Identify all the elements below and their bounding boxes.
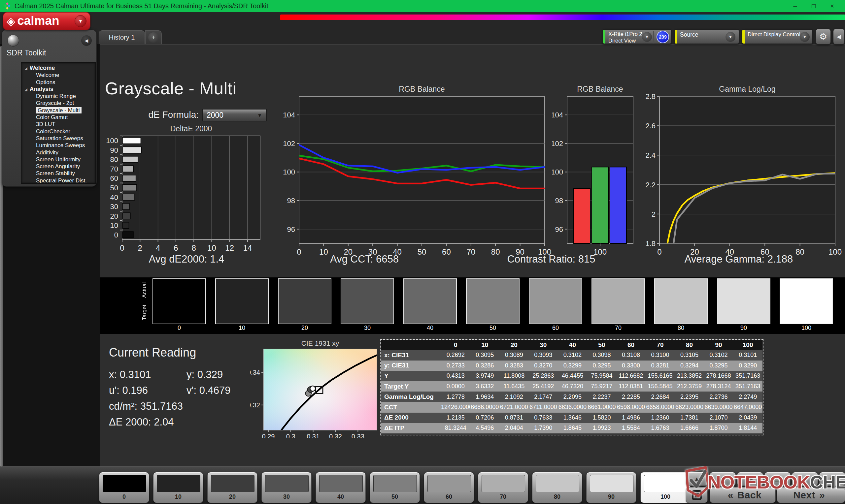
transport-button-2[interactable]: ▦ xyxy=(764,472,791,486)
sidebar-item-color-gamut[interactable]: Color Gamut xyxy=(21,114,95,121)
transport-button-1[interactable]: ▶ xyxy=(737,472,763,486)
table-row-label: ΔE ITP xyxy=(381,423,441,433)
table-cell: 1.5820 xyxy=(587,413,617,423)
table-cell: 1.9923 xyxy=(587,423,617,433)
swatch-cell-100 xyxy=(780,278,833,324)
grayscale-patch-button-30[interactable]: 30 xyxy=(261,472,312,503)
grayscale-patch-button-60[interactable]: 60 xyxy=(424,472,474,503)
sidebar-item-additivity[interactable]: Additivity xyxy=(21,149,95,156)
transport-button-4[interactable]: ↻ xyxy=(819,472,845,486)
close-button[interactable]: × xyxy=(827,2,837,10)
sidebar-collapse-button[interactable]: ◀ xyxy=(81,35,92,46)
tab-history-1[interactable]: History 1 xyxy=(99,30,145,44)
meter-dropdown[interactable]: X-Rite i1Pro 2 Direct View ▼ 239 xyxy=(602,29,672,44)
sidebar-item-screen-stability[interactable]: Screen Stability xyxy=(21,170,95,177)
sidebar-item-options[interactable]: Options xyxy=(21,79,95,86)
svg-text:Gamma Log/Log: Gamma Log/Log xyxy=(719,85,775,93)
sidebar-item-screen-angularity[interactable]: Screen Angularity xyxy=(21,163,95,170)
grayscale-patch-button-90[interactable]: 90 xyxy=(586,472,636,503)
de-formula-select[interactable]: 2000 ▼ xyxy=(202,109,267,121)
table-cell: 2.2749 xyxy=(733,392,762,402)
grayscale-patch-button-100[interactable]: 100 xyxy=(640,472,690,503)
stop-icon: ■ xyxy=(721,475,725,483)
table-cell: 6661.0000 xyxy=(587,402,617,413)
gamma-log-chart: Gamma Log/Log1.822.22.42.62.802040608010… xyxy=(643,83,844,257)
swatch-cell-50 xyxy=(466,278,520,324)
sidebar-item-screen-uniformity[interactable]: Screen Uniformity xyxy=(21,156,95,163)
sidebar-item-spectral-power-dist[interactable]: Spectral Power Dist. xyxy=(21,177,95,184)
table-cell: 0.3100 xyxy=(646,350,675,361)
reading-row: cd/m²: 351.7163 xyxy=(109,400,248,416)
svg-text:102: 102 xyxy=(283,140,295,148)
swatch-level-label: 70 xyxy=(592,325,645,331)
table-cell: 4.5496 xyxy=(470,423,500,433)
sidebar-item-3d-lut[interactable]: 3D LUT xyxy=(21,121,95,128)
calman-app-icon xyxy=(3,2,11,10)
table-cell: 6636.0000 xyxy=(558,402,587,413)
collapse-panel-button[interactable]: ◀ xyxy=(833,29,845,45)
minimize-button[interactable]: – xyxy=(790,2,800,10)
swatch-target xyxy=(467,302,519,324)
svg-text:50: 50 xyxy=(110,184,118,192)
table-cell: 278.1668 xyxy=(704,371,734,381)
sidebar-item-luminance-sweeps[interactable]: Luminance Sweeps xyxy=(21,142,95,149)
next-button[interactable]: Next » xyxy=(777,487,845,503)
swatch-target xyxy=(718,302,770,324)
sidebar-item-welcome[interactable]: Welcome xyxy=(21,72,95,78)
table-cell: 25.2863 xyxy=(529,371,558,381)
add-tab-button[interactable]: + xyxy=(145,30,162,44)
table-cell: 6598.0000 xyxy=(616,402,646,413)
svg-text:98: 98 xyxy=(555,197,563,205)
back-button[interactable]: « Back xyxy=(710,487,776,503)
swatch-actual xyxy=(153,279,205,302)
patch-label: 70 xyxy=(478,493,528,500)
grayscale-patch-button-50[interactable]: 50 xyxy=(370,472,420,503)
source-dropdown[interactable]: Source ▼ xyxy=(674,29,739,44)
swatch-cell-80 xyxy=(654,278,708,324)
table-cell: 0.3283 xyxy=(499,361,529,371)
sidebar-item-saturation-sweeps[interactable]: Saturation Sweeps xyxy=(21,135,95,142)
settings-button[interactable]: ⚙ xyxy=(815,29,831,45)
grayscale-patch-button-10[interactable]: 10 xyxy=(153,472,203,503)
sidebar-item-grayscale-2pt[interactable]: Grayscale - 2pt xyxy=(21,100,95,107)
calman-menu-button[interactable]: ◈ calman ▼ xyxy=(3,12,90,30)
sidebar-title: SDR Toolkit xyxy=(6,49,46,57)
grayscale-patch-button-0[interactable]: 0 xyxy=(99,472,149,503)
table-cell: 0.4313 xyxy=(441,371,470,381)
level-up-button[interactable]: ▲ xyxy=(686,472,708,486)
table-cell: 2.1747 xyxy=(529,392,558,402)
maximize-button[interactable]: □ xyxy=(809,2,818,10)
table-cell: 351.7163 xyxy=(733,381,762,392)
grayscale-patch-button-80[interactable]: 80 xyxy=(532,472,582,503)
table-cell: 212.3759 xyxy=(675,381,704,392)
current-reading-panel: Current Reading x: 0.3101y: 0.329u': 0.1… xyxy=(109,346,248,432)
sidebar-orb-button[interactable] xyxy=(7,35,19,47)
table-cell: 6639.0000 xyxy=(704,402,734,413)
grayscale-patch-button-40[interactable]: 40 xyxy=(316,472,366,503)
svg-text:0.32: 0.32 xyxy=(250,401,260,409)
grayscale-patch-button-70[interactable]: 70 xyxy=(478,472,528,503)
display-control-dropdown[interactable]: Direct Display Control ▼ xyxy=(742,29,813,44)
swatch-cell-60 xyxy=(529,278,582,324)
svg-text:100: 100 xyxy=(552,168,563,176)
table-column-header: 40 xyxy=(558,340,587,350)
transport-button-0[interactable]: ■ xyxy=(710,472,736,486)
svg-text:10: 10 xyxy=(207,244,216,252)
grayscale-patch-button-20[interactable]: 20 xyxy=(207,472,258,503)
sidebar-item-dynamic-range[interactable]: Dynamic Range xyxy=(21,93,95,100)
sidebar-item-colorchecker[interactable]: ColorChecker xyxy=(21,128,95,135)
sidebar-item-grayscale-multi[interactable]: Grayscale - Multi xyxy=(21,107,95,114)
table-cell: 0.0000 xyxy=(441,381,470,392)
table-cell: 0.3095 xyxy=(470,350,500,361)
transport-button-3[interactable]: ≈ xyxy=(792,472,818,486)
swatch-target xyxy=(592,302,644,324)
table-cell: 1.4986 xyxy=(616,413,646,423)
sidebar-group-analysis[interactable]: ◢Analysis xyxy=(21,86,95,93)
window-controls: – □ × xyxy=(790,2,842,10)
table-row-label: CCT xyxy=(381,402,441,413)
stop-pattern-button[interactable] xyxy=(686,487,708,503)
sidebar-group-welcome[interactable]: ◢Welcome xyxy=(21,65,95,72)
svg-text:8: 8 xyxy=(191,244,196,252)
table-cell: 6711.0000 xyxy=(529,402,558,413)
table-cell: 0.3089 xyxy=(499,350,529,361)
